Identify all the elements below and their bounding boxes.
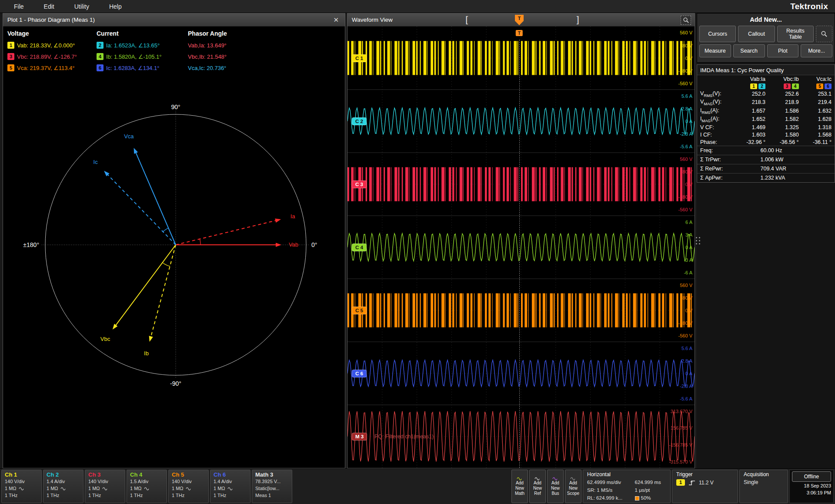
add-new-callout-button[interactable]: Callout: [738, 26, 775, 42]
ac-coupling-icon: [144, 487, 150, 491]
channel-badge-c-5[interactable]: C 5: [352, 307, 367, 314]
add-new-cursors-button[interactable]: Cursors: [699, 26, 736, 42]
phasor-diagram: 90°±180°0°-90°VabIaVbcIbVcaIc: [3, 73, 345, 468]
menu-item-help[interactable]: Help: [102, 1, 129, 12]
channel-button-ch-6[interactable]: Ch 61.4 A/div1 MΩ1 THz: [210, 470, 250, 503]
acquisition-panel[interactable]: Acquisition Single: [739, 470, 788, 503]
axis-label: -280 V: [678, 68, 692, 73]
channel-badge-c-6[interactable]: C 6: [352, 370, 367, 377]
readout-row: 1Vab: 218.33V, ∠0.000°: [7, 40, 97, 51]
axis-label: 3 A: [685, 232, 692, 237]
channel-number-badge: 4: [792, 83, 799, 89]
waveform-canvas[interactable]: [347, 27, 695, 468]
add-new-plot-button[interactable]: Plot: [767, 44, 799, 57]
measurement-label: IRMS(A):: [697, 107, 735, 115]
measurement-value: 1.580: [768, 131, 802, 138]
trigger-position-flag[interactable]: T: [515, 15, 524, 25]
menu-item-utility[interactable]: Utility: [67, 1, 96, 12]
trigger-indicator[interactable]: T: [516, 30, 523, 36]
sine-glyph: [517, 477, 521, 480]
phasor-diagram-area: 90°±180°0°-90°VabIaVbcIbVcaIc: [3, 73, 345, 468]
add-new-more-button[interactable]: More...: [801, 44, 832, 57]
badge-pair-cell: 12: [735, 83, 769, 90]
channel-scale: 140 V/div: [172, 478, 205, 485]
trigger-panel[interactable]: Trigger 1 11.2 V: [672, 470, 738, 503]
panel-resize-grip[interactable]: [696, 237, 701, 245]
measurement-value: 252.6: [768, 90, 802, 98]
add-label-line: Add: [534, 481, 541, 486]
phasor-arrowhead-ib: [149, 336, 153, 342]
channel-button-ch-4[interactable]: Ch 41.5 A/div1 MΩ1 THz: [127, 470, 167, 503]
magnifier-handle: [825, 35, 827, 37]
summary-row: Freq:60.00 Hz: [697, 146, 835, 155]
add-new-measure-button[interactable]: Measure: [699, 44, 731, 57]
channel-impedance-text: 1 MΩ: [47, 485, 58, 492]
status-time: 3:06:19 PM: [792, 490, 831, 496]
channel-name: Math 3: [255, 471, 289, 478]
orange-marker: [635, 496, 639, 500]
channel-badge-c-1[interactable]: C 1: [352, 54, 367, 62]
channel-impedance: 1 MΩ: [130, 485, 164, 492]
add-new-bus-button[interactable]: AddNewBus: [547, 470, 564, 503]
channel-number-badge: 4: [97, 53, 104, 60]
offline-button[interactable]: Offline: [792, 471, 831, 482]
channel-impedance-text: 1 MΩ: [130, 485, 142, 492]
phasor-panel: Plot 1 - Phasor Diagram (Meas 1) ✕ Volta…: [3, 13, 345, 468]
readout-row: Vca,Ic: 20.736°: [188, 62, 342, 73]
horizontal-panel[interactable]: Horizontal 62.4999 ms/div624.999 msSR: 1…: [583, 470, 671, 503]
channel-badge-pair: 56: [805, 83, 832, 89]
phasor-vector-label-ia: Ia: [291, 213, 296, 220]
channel-button-math-3[interactable]: Math 378.3925 V...Static[low...Meas 1: [252, 470, 292, 503]
channel-impedance-text: 1 MΩ: [172, 485, 184, 492]
channel-button-ch-2[interactable]: Ch 21.4 A/div1 MΩ1 THz: [43, 470, 84, 503]
waveform-view-titlebar[interactable]: Waveform View [ ] T: [347, 13, 695, 27]
add-new-math-button[interactable]: AddNewMath: [511, 470, 528, 503]
add-new-scope-button[interactable]: AddNewScope: [565, 470, 581, 503]
phasor-vector-ia: [176, 220, 277, 245]
add-new-buttons-group: AddNewMathAddNewRefAddNewBusAddNewScope: [511, 470, 581, 503]
channel-button-ch-5[interactable]: Ch 5140 V/div1 MΩ1 THz: [168, 470, 209, 503]
zoom-overlay-button[interactable]: [816, 26, 832, 42]
trigger-source-badge: 1: [676, 479, 685, 486]
readout-header: Voltage: [7, 30, 97, 37]
add-new-results-table-button[interactable]: Results Table: [777, 26, 814, 42]
axis-label: 560 V: [680, 30, 692, 35]
zoom-bracket-right[interactable]: ]: [577, 14, 579, 25]
menu-item-file[interactable]: File: [7, 1, 31, 12]
phasor-panel-titlebar[interactable]: Plot 1 - Phasor Diagram (Meas 1) ✕: [3, 13, 345, 27]
add-label-line: New: [533, 486, 542, 491]
menu-item-edit[interactable]: Edit: [37, 1, 61, 12]
ac-coupling-icon: [227, 487, 234, 491]
readout-row: 6Ic: 1.6283A, ∠134.1°: [97, 62, 188, 73]
channel-impedance-text: 1 MΩ: [88, 485, 100, 492]
axis-label: 0 A: [685, 119, 692, 124]
add-new-search-button[interactable]: Search: [733, 44, 765, 57]
add-label-line: New: [569, 486, 578, 491]
zoom-tool-icon[interactable]: [681, 16, 691, 25]
waveform-display[interactable]: C 1560 V280 V0 V-280 V-560 VC 25.6 A2.8 …: [347, 27, 695, 468]
channel-badge-c-4[interactable]: C 4: [352, 244, 367, 251]
magnifier-icon: [683, 17, 689, 23]
readout-value: Vca,Ic: 20.736°: [188, 65, 226, 71]
channel-badge-m-3[interactable]: M 3: [352, 433, 367, 441]
channel-bandwidth: 1 THz: [88, 492, 122, 499]
channel-impedance: 1 MΩ: [172, 485, 205, 492]
readout-value: Ic: 1.6283A, ∠134.1°: [106, 65, 159, 71]
axis-label: -5.6 A: [680, 396, 692, 401]
phasor-vector-ic: [107, 174, 176, 245]
results-table-panel: IMDA Meas 1: Cyc Power Quality Vab:IaVbc…: [697, 64, 835, 183]
channel-badge-c-3[interactable]: C 3: [352, 180, 367, 188]
measurement-value: 253.1: [802, 90, 835, 98]
channel-button-ch-1[interactable]: Ch 1140 V/div1 MΩ1 THz: [1, 470, 42, 503]
zoom-bracket-left[interactable]: [: [465, 14, 468, 25]
channel-bandwidth: 1 THz: [130, 492, 164, 499]
summary-row: Σ ApPwr:1.232 kVA: [697, 174, 835, 183]
add-new-ref-button[interactable]: AddNewRef: [529, 470, 546, 503]
add-new-section: Add New... CursorsCalloutResults Table M…: [697, 13, 835, 63]
summary-row: Σ TrPwr:1.006 kW: [697, 155, 835, 164]
close-icon[interactable]: ✕: [331, 16, 341, 24]
channel-badge-c-2[interactable]: C 2: [352, 117, 367, 125]
channel-button-ch-3[interactable]: Ch 3140 V/div1 MΩ1 THz: [85, 470, 125, 503]
menu-bar: FileEditUtilityHelp Tektronix: [0, 0, 835, 13]
readout-column-phasor-angle: Phasor AngleVab,Ia: 13.649°Vbc,Ib: 21.54…: [188, 30, 342, 73]
